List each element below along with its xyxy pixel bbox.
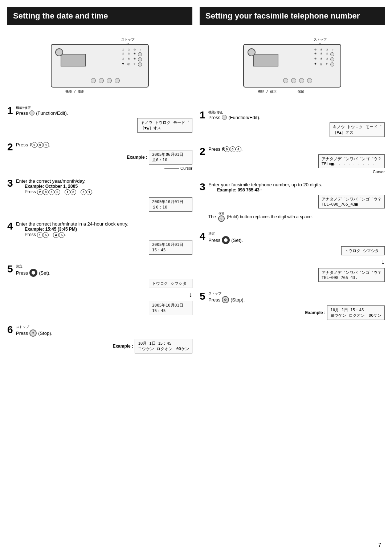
left-device-diagram: ストップ⊙ ①②③○ ④⑤⑥ ⑦⑧⑨ ✱⓪# — [7, 35, 192, 96]
step4-right-display2: アナタノデ゛ンワバ゛ンゴ゛ウ？TEL=098 765 43. — [318, 268, 385, 282]
step6-left-after: (Stop). — [38, 331, 52, 336]
step3-left-sub: Press 2005 10 01. — [25, 189, 192, 195]
step5-left-arrow: ↓ — [189, 290, 192, 299]
right-title: Setting your facsimile telephone number — [200, 7, 385, 25]
step5-right-press: Press — [208, 297, 220, 303]
left-step-4: 4 Enter the correct hour/minute in a 24-… — [7, 221, 192, 258]
step5-right-example-label: Example : — [305, 310, 326, 315]
step5-right-after: (Stop). — [230, 297, 245, 303]
left-step-5: 5 決定 Press (Set). トウロク シマシタ ↓ 2005年10月01… — [7, 264, 192, 318]
step5-left-label: 決定 — [16, 264, 192, 269]
step4-right-label: 決定 — [208, 231, 385, 236]
set-button-left[interactable] — [29, 269, 37, 277]
step4-right-display1: トウロク シマシタ — [341, 246, 385, 255]
step-number-1-left: 1 — [7, 106, 15, 116]
step-number-3-right: 3 — [200, 182, 207, 192]
right-step-3: 3 Enter your facsimile telephone number,… — [200, 182, 385, 225]
left-title: Setting the date and time — [7, 7, 192, 25]
step3-left-bold: Example: October 1, 2005 — [25, 184, 192, 189]
step-number-2-left: 2 — [7, 142, 15, 152]
step4-right-press: Press — [208, 238, 220, 243]
right-device-diagram: ストップ⊙ ①②③○ ④⑤⑥ ⑦⑧⑨ ✱⓪# — [200, 35, 385, 101]
step-number-2-right: 2 — [200, 146, 207, 157]
step4-left-display: 2005年10月01日15：45 — [149, 240, 192, 255]
step6-left-example-label: Example : — [113, 344, 133, 349]
step1-right-press: Press — [208, 115, 220, 120]
step6-left-display: 10月 1日 15：45ヨウケン ロクオン 00ケン — [135, 339, 192, 353]
step1-left-label: 機能/修正 — [16, 106, 192, 110]
step5-right-display: 10月 1日 15：45ヨウケン ロクオン 00ケン — [327, 305, 385, 320]
step5-left-press: Press — [16, 270, 28, 276]
step4-right-arrow: ↓ — [381, 258, 385, 266]
step5-right-label: ストップ — [208, 291, 385, 296]
function-edit-button-right[interactable] — [222, 115, 227, 120]
step6-left-label: ストップ — [16, 325, 192, 329]
step2-left-example-label: Example : — [127, 155, 147, 160]
function-edit-button-left[interactable] — [29, 110, 34, 116]
right-step-5: 5 ストップ Press ⊙ (Stop). Example : 10月 1日 … — [200, 291, 385, 323]
step2-right-text: Press ♯004. — [208, 146, 242, 153]
step2-left-cursor: Cursor — [164, 166, 192, 170]
step4-left-bold: Example: 15:45 (3:45 PM) — [25, 227, 192, 232]
step1-right-label: 機能/修正 — [208, 110, 385, 115]
step1-right-display: キノウ トウロク モード゛［▼▲］オス — [330, 122, 385, 137]
function-edit-label-right: 機能 / 修正 — [258, 89, 277, 94]
right-step-1: 1 機能/修正 Press (Function/Edit). キノウ トウロク … — [200, 110, 385, 140]
step6-left-press: Press — [16, 331, 28, 336]
step-number-1-right: 1 — [200, 110, 207, 120]
step3-right-text: Enter your facsimile telephone number, u… — [208, 182, 385, 187]
step-number-6-left: 6 — [7, 325, 15, 335]
right-step-2: 2 Press ♯004. アナタノデ゛ンワバ゛ンゴ゛ウ？TEL=■. . . … — [200, 146, 385, 176]
step3-right-display: アナタノデ゛ンワバ゛ンゴ゛ウ？TEL=098_765_43■ — [318, 195, 385, 208]
step2-right-cursor: Cursor — [357, 170, 385, 174]
step1-left-press: Press — [16, 110, 28, 116]
left-step-1: 1 機能/修正 Press (Function/Edit). キノウ トウロク … — [7, 106, 192, 135]
step-number-5-left: 5 — [7, 264, 15, 274]
step4-left-sub: Press 15 45. — [25, 232, 192, 238]
left-step-2: 2 Press ♯001. Example : 2005年06月01日２0：10… — [7, 142, 192, 172]
step-number-4-left: 4 — [7, 221, 15, 231]
step2-left-text: Press ♯001. — [16, 142, 50, 148]
step1-left-after: (Function/Edit). — [36, 110, 68, 116]
step-number-5-right: 5 — [200, 291, 207, 301]
set-button-right[interactable] — [222, 236, 230, 244]
step5-left-display1: トウロク シマシタ — [149, 279, 192, 288]
step4-left-text: Enter the correct hour/minute in a 24-ho… — [16, 221, 192, 227]
step3-right-bold: Example: 098 765 43·· — [217, 187, 385, 193]
step4-right-after: (Set). — [231, 238, 243, 243]
left-step-6: 6 ストップ Press ⊙ (Stop). Example : 10月 1日 … — [7, 325, 192, 356]
left-column: Setting the date and time ストップ⊙ ①②③○ ④⑤⑥… — [7, 7, 192, 359]
page-number: 7 — [378, 542, 381, 548]
step2-left-display: 2005年06月01日２0：10 — [149, 150, 192, 165]
step1-left-display: キノウ トウロク モード゛［▼▲］オス — [137, 118, 192, 133]
step5-left-display2: 2005年10月01日15：45 — [149, 301, 192, 315]
hold-label-right: 保留 — [298, 89, 304, 94]
step1-right-after: (Function/Edit). — [228, 115, 260, 120]
stop-button-right[interactable]: ⊙ — [222, 296, 229, 303]
step3-right-hold-note: The 保留○ (Hold) button replaces the digit… — [208, 211, 385, 222]
step3-left-display: 2005年10月01日２0：10 — [149, 197, 192, 212]
step2-right-display: アナタノデ゛ンワバ゛ンゴ゛ウ？TEL=■. . . . . . . . . — [318, 154, 385, 168]
right-column: Setting your facsimile telephone number … — [200, 7, 385, 359]
stop-button-left[interactable]: ⊙ — [29, 329, 37, 337]
step-number-4-right: 4 — [200, 231, 207, 242]
right-step-4: 4 決定 Press (Set). トウロク シマシタ ↓ アナタノデ゛ンワバ゛… — [200, 231, 385, 285]
step5-left-after: (Set). — [39, 270, 50, 276]
function-edit-label-left: 機能 / 修正 — [65, 89, 84, 94]
left-step-3: 3 Enter the correct year/month/day. Exam… — [7, 178, 192, 215]
step3-left-text: Enter the correct year/month/day. — [16, 178, 192, 184]
step-number-3-left: 3 — [7, 178, 15, 189]
